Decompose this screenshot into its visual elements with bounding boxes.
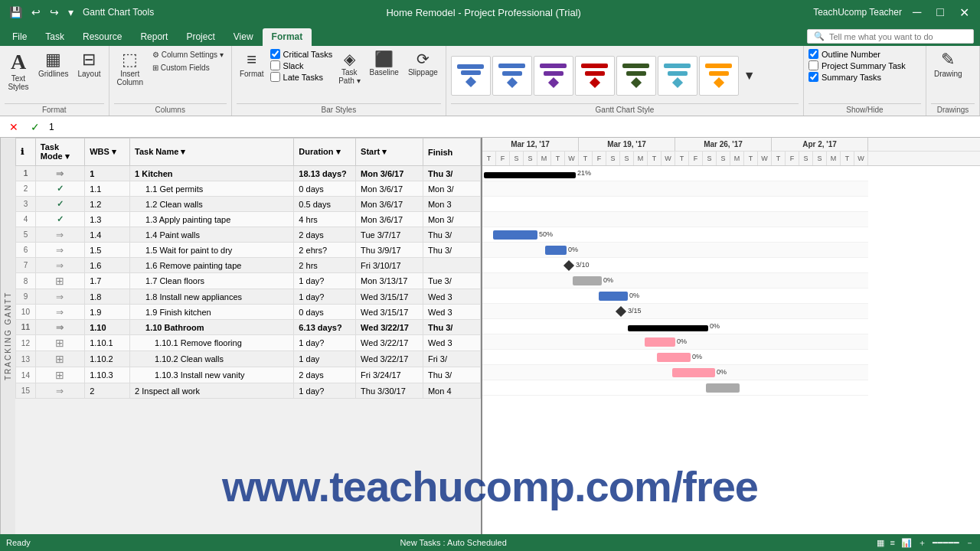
critical-tasks-checkbox[interactable]: Critical Tasks [270, 49, 333, 59]
duration-cell: 1 day? [294, 383, 356, 399]
column-settings-button[interactable]: ⚙ Column Settings ▾ [149, 49, 227, 60]
slippage-button[interactable]: ⟳ Slippage [405, 49, 441, 79]
drawing-button[interactable]: ✎ Drawing [931, 49, 965, 80]
zoom-minus[interactable]: － [965, 537, 974, 549]
tab-resource[interactable]: Resource [74, 28, 131, 46]
text-styles-button[interactable]: A TextStyles [5, 49, 32, 93]
drawings-label: Drawings [931, 103, 975, 114]
gantt-bar [493, 230, 537, 240]
wbs-cell: 1.10.3 [85, 367, 130, 383]
duration-cell: 1 day [294, 351, 356, 367]
task-name-cell: 2 Inspect all work [130, 383, 294, 399]
formula-bar: ✕ ✓ [0, 116, 980, 138]
tab-report[interactable]: Report [131, 28, 177, 46]
layout-button[interactable]: ⊟ Layout [74, 49, 103, 80]
tab-file[interactable]: File [3, 28, 36, 46]
search-input[interactable] [829, 32, 967, 41]
confirm-button[interactable]: ✓ [28, 119, 43, 135]
date-cell: F [593, 152, 606, 165]
cancel-button[interactable]: ✕ [6, 119, 21, 135]
formula-input[interactable] [49, 122, 974, 132]
col-finish[interactable]: Finish [423, 139, 480, 166]
col-start[interactable]: Start ▾ [356, 139, 423, 166]
start-cell: Mon 3/6/17 [356, 166, 423, 181]
gantt-bar [645, 337, 675, 347]
chart-row [482, 212, 868, 227]
save-button[interactable]: 💾 [6, 5, 25, 20]
row-number: 9 [16, 289, 36, 305]
date-cell: S [703, 152, 717, 165]
task-mode-cell: ⇒ [35, 320, 84, 335]
view-icon-1[interactable]: ▦ [877, 538, 884, 548]
tab-task[interactable]: Task [36, 28, 74, 46]
finish-cell: Wed 3 [423, 335, 480, 351]
zoom-plus[interactable]: ＋ [918, 537, 926, 549]
undo-button[interactable]: ↩ [28, 5, 44, 20]
project-summary-checkbox[interactable]: Project Summary Task [808, 60, 906, 70]
drawings-content: ✎ Drawing [931, 49, 965, 102]
chart-header: Mar 12, '17Mar 19, '17Mar 26, '17Apr 2, … [482, 138, 980, 166]
search-icon: 🔍 [814, 31, 825, 41]
outline-number-checkbox[interactable]: Outline Number [808, 49, 906, 59]
status-bar-right: ▦ ≡ 📊 ＋ ━━━━━ － [877, 537, 974, 549]
gantt-style-5[interactable] [616, 56, 656, 96]
start-cell: Fri 3/10/17 [356, 258, 423, 273]
row-number: 10 [16, 305, 36, 320]
chart-row: 0% [482, 350, 868, 365]
date-row-2: TFSSMTWTFSSMTWTFSSMTWTFSSMTW [482, 152, 980, 165]
date-cell: T [744, 152, 758, 165]
close-button[interactable]: ✕ [955, 4, 974, 21]
grid-area: ℹ TaskMode ▾ WBS ▾ Task Name ▾ Duration … [15, 138, 482, 534]
gantt-style-2[interactable] [492, 56, 532, 96]
late-tasks-checkbox[interactable]: Late Tasks [270, 72, 333, 82]
tab-project[interactable]: Project [177, 28, 224, 46]
gantt-bar [628, 325, 708, 331]
col-duration[interactable]: Duration ▾ [294, 139, 356, 166]
gantt-style-6[interactable] [658, 56, 697, 96]
format-button[interactable]: ≡ Format [237, 49, 267, 80]
tab-format[interactable]: Format [263, 28, 312, 46]
col-wbs[interactable]: WBS ▾ [85, 139, 130, 166]
duration-cell: 2 hrs [294, 258, 356, 273]
chart-row: 21% [482, 166, 868, 181]
custom-fields-button[interactable]: ⊞ Custom Fields [149, 62, 227, 73]
customize-button[interactable]: ▾ [65, 5, 77, 20]
date-cell: T [482, 152, 496, 165]
grid-scroll[interactable]: ℹ TaskMode ▾ WBS ▾ Task Name ▾ Duration … [15, 138, 481, 534]
duration-cell: 18.13 days? [294, 166, 356, 181]
task-name-cell: 1.10 Bathroom [130, 320, 294, 335]
redo-button[interactable]: ↪ [47, 5, 62, 20]
gantt-style-7[interactable] [699, 56, 739, 96]
gridlines-button[interactable]: ▦ Gridlines [35, 49, 71, 80]
baseline-button[interactable]: ⬛ Baseline [367, 49, 402, 79]
finish-cell: Thu 3/ [423, 367, 480, 383]
chart-row: 0% [482, 319, 868, 334]
duration-cell: 4 hrs [294, 212, 356, 227]
minimize-button[interactable]: ─ [908, 4, 926, 21]
gantt-style-more-button[interactable]: ▼ [740, 66, 759, 86]
view-icon-2[interactable]: ≡ [890, 538, 895, 547]
bar-pct-label: 0% [717, 368, 727, 376]
col-task-name[interactable]: Task Name ▾ [130, 139, 294, 166]
summary-tasks-checkbox[interactable]: Summary Tasks [808, 72, 906, 82]
view-icon-3[interactable]: 📊 [901, 538, 912, 548]
col-info: ℹ [16, 139, 36, 166]
task-path-button[interactable]: ◈ TaskPath ▾ [335, 49, 363, 87]
task-mode-cell: ⊞ [35, 335, 84, 351]
gantt-style-3[interactable] [534, 56, 573, 96]
tab-view[interactable]: View [224, 28, 263, 46]
col-task-mode[interactable]: TaskMode ▾ [35, 139, 84, 166]
gantt-style-1[interactable] [451, 56, 491, 96]
insert-column-button[interactable]: ⬚ InsertColumn [114, 49, 146, 89]
row-number: 7 [16, 258, 36, 273]
finish-cell: Mon 3/ [423, 212, 480, 227]
date-cell: W [758, 152, 772, 165]
duration-cell: 0.5 days [294, 197, 356, 212]
gantt-style-4[interactable] [575, 56, 615, 96]
chart-row [482, 380, 868, 396]
format-group-label: Format [5, 103, 104, 114]
maximize-button[interactable]: □ [932, 4, 949, 21]
date-cell: S [813, 152, 827, 165]
slack-checkbox[interactable]: Slack [270, 60, 333, 70]
chart-row: 3/15 [482, 304, 868, 319]
